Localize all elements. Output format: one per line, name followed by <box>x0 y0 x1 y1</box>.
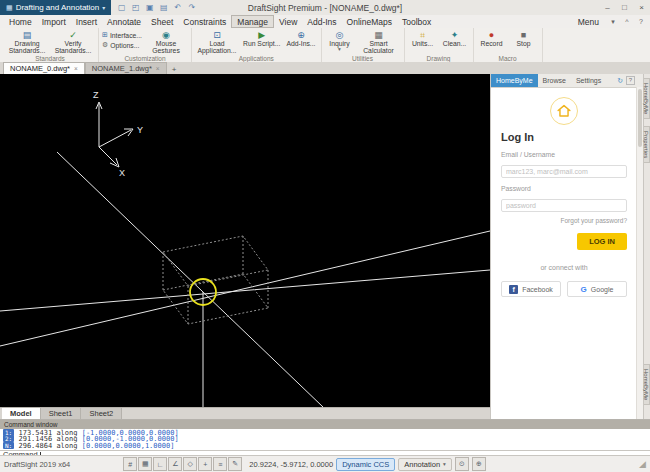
save-icon[interactable]: ▣ <box>144 3 155 12</box>
add-ins-button[interactable]: ⊕ Add-Ins... <box>284 29 317 48</box>
maximize-button[interactable]: □ <box>616 0 633 15</box>
ribbon-group-customization: ⊞ Interface... ⚙ Options... ◉ Mouse Gest… <box>99 28 192 62</box>
print-icon[interactable]: ▤ <box>158 3 169 12</box>
command-history[interactable]: 1: 173.5431 along [-1.0000,0.0000,0.0000… <box>0 429 650 450</box>
minimize-button[interactable]: – <box>599 0 616 15</box>
menu-item-annotate[interactable]: Annotate <box>102 16 146 28</box>
document-tab-noname0[interactable]: NONAME_0.dwg* × <box>3 62 85 74</box>
menu-item-onlinemaps[interactable]: OnlineMaps <box>342 16 397 28</box>
redo-icon[interactable]: ↷ <box>186 3 197 12</box>
menu-item-view[interactable]: View <box>274 16 302 28</box>
interface-button[interactable]: ⊞ Interface... <box>102 31 142 39</box>
tab-sheet1[interactable]: Sheet1 <box>41 408 82 419</box>
command-history-line: N: 296.4864 along [0.0000,0.0000,1.0000] <box>3 443 647 449</box>
record-macro-button[interactable]: ● Record <box>477 29 507 48</box>
refresh-icon[interactable]: ↻ <box>617 77 623 85</box>
drawing-canvas[interactable]: Z Y X <box>0 74 490 407</box>
login-button[interactable]: LOG IN <box>577 233 627 250</box>
edge-tab-homebyme-bottom[interactable]: HomeByMe <box>644 364 650 405</box>
panel-scrollbar[interactable] <box>636 87 643 419</box>
menu-dropdown-button[interactable]: Menu <box>573 16 604 28</box>
run-script-button[interactable]: ▶ Run Script... <box>241 29 282 48</box>
drawing-standards-button[interactable]: ▤ Drawing Standards... <box>5 29 49 56</box>
collapse-ribbon-icon[interactable]: ^ <box>622 18 632 25</box>
facebook-label: Facebook <box>522 286 553 293</box>
email-field[interactable] <box>501 165 627 178</box>
menu-item-sheet[interactable]: Sheet <box>146 16 178 28</box>
stop-macro-button[interactable]: ■ Stop <box>509 29 539 48</box>
menu-item-import[interactable]: Import <box>37 16 71 28</box>
tab-browse[interactable]: Browse <box>538 74 571 87</box>
lock-icon[interactable]: ⊙ <box>455 457 469 471</box>
menu-item-insert[interactable]: Insert <box>71 16 102 28</box>
pencil-icon[interactable]: ✎ <box>228 457 242 471</box>
google-button[interactable]: G Google <box>567 281 627 297</box>
etrack-toggle-icon[interactable]: + <box>198 457 212 471</box>
dynamic-ccs-button[interactable]: Dynamic CCS <box>336 458 395 471</box>
forgot-password-link[interactable]: Forgot your password? <box>501 217 627 224</box>
workspace-label: Drafting and Annotation <box>16 3 100 12</box>
polar-toggle-icon[interactable]: ∠ <box>168 457 182 471</box>
menu-item-toolbox[interactable]: Toolbox <box>397 16 436 28</box>
tab-sheet2[interactable]: Sheet2 <box>81 408 122 419</box>
ribbon-group-applications: ⊡ Load Application... ▶ Run Script... ⊕ … <box>192 28 322 62</box>
tab-model[interactable]: Model <box>2 408 41 419</box>
esnap-toggle-icon[interactable]: ◇ <box>183 457 197 471</box>
new-document-icon[interactable]: ▢ <box>116 3 127 12</box>
button-label: Interface... <box>110 32 142 39</box>
menu-item-manage[interactable]: Manage <box>231 15 274 28</box>
facebook-button[interactable]: f Facebook <box>501 281 561 297</box>
target-icon[interactable]: ⊕ <box>472 457 486 471</box>
inquiry-button[interactable]: ◎ Inquiry ▾ <box>325 29 355 54</box>
chevron-down-icon: ▾ <box>608 18 618 26</box>
edge-tab-homebyme[interactable]: HomeByMe <box>644 78 650 119</box>
scrollbar-thumb[interactable] <box>638 89 642 147</box>
close-tab-icon[interactable]: × <box>74 65 78 72</box>
ribbon-manage-tab: ▤ Drawing Standards... ✓ Verify Standard… <box>0 28 650 63</box>
tab-homebyme[interactable]: HomeByMe <box>491 74 538 87</box>
help-icon[interactable]: ? <box>636 18 646 25</box>
ribbon-group-macro: ● Record ■ Stop Macro <box>474 28 543 62</box>
help-icon[interactable]: ? <box>626 76 635 85</box>
inquiry-icon: ◎ <box>336 30 344 40</box>
open-document-icon[interactable]: ◰ <box>130 3 141 12</box>
ribbon-group-standards: ▤ Drawing Standards... ✓ Verify Standard… <box>2 28 99 62</box>
interface-icon: ⊞ <box>102 31 108 39</box>
annotation-scale-dropdown[interactable]: Annotation ▾ <box>398 458 452 471</box>
snap-toggle-icon[interactable]: # <box>123 457 137 471</box>
close-button[interactable]: × <box>633 0 650 15</box>
menu-item-addins[interactable]: Add-Ins <box>302 16 341 28</box>
password-field[interactable] <box>501 199 627 212</box>
document-tab-noname1[interactable]: NONAME_1.dwg* × <box>85 62 167 74</box>
button-label: Verify Standards... <box>53 40 93 55</box>
undo-icon[interactable]: ↶ <box>172 3 183 12</box>
tab-settings[interactable]: Settings <box>571 74 606 87</box>
new-tab-button[interactable]: + <box>167 65 182 74</box>
axis-x-label: X <box>119 168 125 178</box>
grid-toggle-icon[interactable]: ▦ <box>138 457 152 471</box>
drawing-standards-icon: ▤ <box>23 30 32 40</box>
ortho-toggle-icon[interactable]: ∟ <box>153 457 167 471</box>
verify-standards-button[interactable]: ✓ Verify Standards... <box>51 29 95 56</box>
options-button[interactable]: ⚙ Options... <box>102 41 142 49</box>
resize-grip[interactable]: ◢ <box>639 459 646 469</box>
workspace-selector[interactable]: ▦ Drafting and Annotation ▾ <box>0 0 111 15</box>
load-application-button[interactable]: ⊡ Load Application... <box>195 29 239 56</box>
menu-item-constraints[interactable]: Constraints <box>178 16 231 28</box>
clean-button[interactable]: ✦ Clean... <box>440 29 470 48</box>
lineweight-toggle-icon[interactable]: ≡ <box>213 457 227 471</box>
units-button[interactable]: ⌗ Units... <box>408 29 438 48</box>
document-tab-label: NONAME_0.dwg* <box>10 64 70 73</box>
chevron-down-icon: ▾ <box>102 4 105 11</box>
menu-item-home[interactable]: Home <box>4 16 37 28</box>
mouse-gestures-button[interactable]: ◉ Mouse Gestures <box>144 29 188 56</box>
construction-lines <box>0 152 490 407</box>
ucs-axis-triad <box>96 102 133 167</box>
edge-tab-properties[interactable]: Properties <box>644 126 650 163</box>
axis-z-label: Z <box>93 90 99 100</box>
smart-calculator-button[interactable]: ▦ Smart Calculator <box>357 29 401 56</box>
close-tab-icon[interactable]: × <box>156 65 160 72</box>
button-label: Clean... <box>443 40 466 47</box>
login-heading: Log In <box>501 131 627 143</box>
command-window-header[interactable]: Command window <box>0 420 650 429</box>
